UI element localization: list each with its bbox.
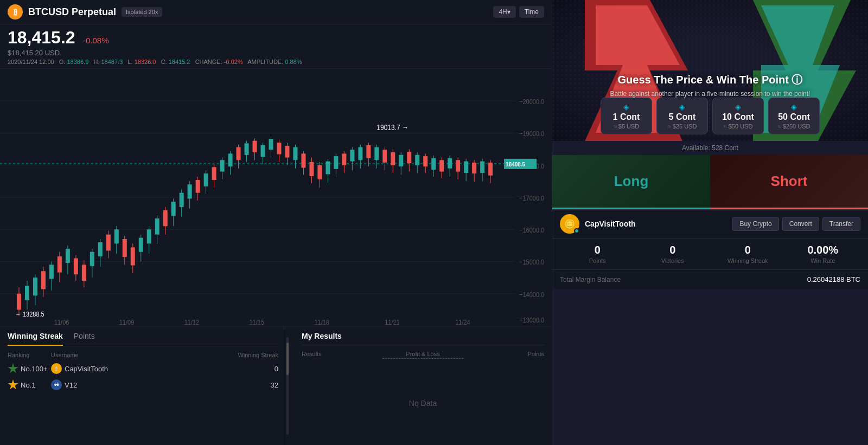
svg-rect-90 xyxy=(301,153,305,167)
bet-10-cont[interactable]: ◈ 10 Cont ≈ $50 USD xyxy=(712,98,764,134)
stat-victories: 0 Victories xyxy=(635,244,711,264)
svg-rect-78 xyxy=(253,141,257,152)
svg-rect-94 xyxy=(317,165,322,179)
svg-rect-122 xyxy=(431,158,436,170)
svg-rect-38 xyxy=(90,252,94,266)
game-banner: Guess The Price & Win The Point ⓘ Battle… xyxy=(552,0,868,141)
balance-bar: Total Margin Balance 0.26042188 BTC xyxy=(552,269,868,289)
bet-1-cont[interactable]: ◈ 1 Cont ≈ $5 USD xyxy=(601,98,652,134)
bet-usd-2: ≈ $25 USD xyxy=(666,123,699,130)
svg-rect-124 xyxy=(439,160,444,171)
table-row: No.1 🕶 V12 32 xyxy=(8,377,278,393)
svg-rect-52 xyxy=(147,229,151,243)
points-value: 0 xyxy=(560,244,635,256)
header-bar: ₿ BTCUSD Perpetual Isolated 20x 4H▾ Time xyxy=(0,0,552,24)
svg-rect-82 xyxy=(269,139,273,150)
price-info: 18,415.2 -0.08% $18,415.20 USD 2020/11/2… xyxy=(0,24,552,69)
tab-headers: Winning Streak Points xyxy=(8,326,278,346)
diamond-icon-2: ◈ xyxy=(666,102,699,111)
svg-text:−14000.0: −14000.0 xyxy=(519,291,544,299)
short-button[interactable]: Short xyxy=(710,155,868,209)
rank-2: No.1 xyxy=(8,379,51,390)
user-1: ₿ CapVisitTooth xyxy=(51,363,213,374)
svg-rect-48 xyxy=(131,247,135,265)
points-label: Points xyxy=(560,257,635,264)
streak-2: 32 xyxy=(213,381,278,389)
svg-rect-134 xyxy=(480,162,484,173)
game-title-area: Guess The Price & Win The Point ⓘ Battle… xyxy=(552,73,868,98)
svg-rect-66 xyxy=(204,173,208,186)
svg-text:11/24: 11/24 xyxy=(455,318,470,326)
svg-rect-46 xyxy=(123,239,127,257)
time-controls: 4H▾ Time xyxy=(493,6,544,18)
svg-rect-42 xyxy=(106,235,111,251)
stat-winning-streak: 0 Winning Streak xyxy=(710,244,786,264)
svg-rect-80 xyxy=(261,145,265,157)
bet-50-cont[interactable]: ◈ 50 Cont ≈ $250 USD xyxy=(768,98,820,134)
svg-rect-128 xyxy=(456,160,460,171)
streak-1: 0 xyxy=(213,365,278,373)
ohlc-change-label: CHANGE: xyxy=(195,59,222,65)
time-button[interactable]: Time xyxy=(519,6,544,18)
user-info-bar: 🪙 CapVisitTooth Buy Crypto Convert Trans… xyxy=(552,209,868,238)
col-results: Results xyxy=(302,351,382,359)
svg-rect-110 xyxy=(382,150,387,163)
bet-5-cont[interactable]: ◈ 5 Cont ≈ $25 USD xyxy=(656,98,708,134)
svg-text:18408.5: 18408.5 xyxy=(506,160,525,167)
bet-amount-4: 50 Cont xyxy=(777,112,810,122)
svg-rect-114 xyxy=(399,155,403,166)
convert-button[interactable]: Convert xyxy=(782,217,819,231)
svg-text:−17000.0: −17000.0 xyxy=(519,194,544,202)
btc-icon: ₿ xyxy=(8,4,23,20)
ohlc-o-label: O: xyxy=(59,59,66,65)
svg-rect-62 xyxy=(188,184,192,198)
rank-1: No.100+ xyxy=(8,363,51,374)
bet-usd-3: ≈ $50 USD xyxy=(722,123,755,130)
svg-rect-56 xyxy=(163,210,168,227)
timeframe-button[interactable]: 4H▾ xyxy=(493,6,515,18)
game-title: Guess The Price & Win The Point ⓘ xyxy=(552,73,868,87)
online-indicator xyxy=(574,228,579,234)
diamond-icon-3: ◈ xyxy=(722,102,755,111)
available-cont: Available: 528 Cont xyxy=(552,141,868,155)
game-subtitle: Battle against another player in a five-… xyxy=(552,90,868,98)
scrollbar[interactable] xyxy=(284,326,291,445)
diamond-icon-4: ◈ xyxy=(777,102,810,111)
long-short-area: Long Short xyxy=(552,155,868,209)
svg-rect-40 xyxy=(98,242,103,256)
buy-crypto-button[interactable]: Buy Crypto xyxy=(732,217,778,231)
main-price: 18,415.2 xyxy=(8,28,75,48)
win-rate-label: Win Rate xyxy=(786,257,861,264)
stats-row: 0 Points 0 Victories 0 Winning Streak 0.… xyxy=(552,238,868,269)
transfer-button[interactable]: Transfer xyxy=(822,217,860,231)
victories-label: Victories xyxy=(635,257,711,264)
svg-rect-68 xyxy=(212,167,216,180)
stat-win-rate: 0.00% Win Rate xyxy=(786,244,861,264)
col-username: Username xyxy=(51,352,213,358)
tab-winning-streak[interactable]: Winning Streak xyxy=(8,332,63,346)
winning-streak-label: Winning Streak xyxy=(710,257,786,264)
left-panel: ₿ BTCUSD Perpetual Isolated 20x 4H▾ Time… xyxy=(0,0,552,445)
svg-rect-92 xyxy=(309,162,314,176)
svg-text:−15000.0: −15000.0 xyxy=(519,259,544,267)
svg-rect-116 xyxy=(407,152,411,163)
svg-text:11/15: 11/15 xyxy=(250,318,265,326)
ohlc-l-label: L: xyxy=(127,59,132,65)
svg-text:11/21: 11/21 xyxy=(385,318,400,326)
long-button[interactable]: Long xyxy=(552,155,710,209)
svg-text:−13000.0: −13000.0 xyxy=(519,316,544,324)
tab-points[interactable]: Points xyxy=(74,332,95,346)
my-results-header: My Results xyxy=(302,326,544,345)
victories-value: 0 xyxy=(635,244,711,256)
win-rate-value: 0.00% xyxy=(786,244,861,256)
svg-rect-74 xyxy=(237,147,241,160)
bet-options: ◈ 1 Cont ≈ $5 USD ◈ 5 Cont ≈ $25 USD ◈ 1… xyxy=(601,98,820,134)
svg-rect-20 xyxy=(17,294,21,310)
svg-rect-60 xyxy=(180,193,184,207)
svg-rect-70 xyxy=(220,160,225,171)
svg-rect-98 xyxy=(334,156,338,169)
bet-amount-3: 10 Cont xyxy=(722,112,755,122)
pair-title: BTCUSD Perpetual xyxy=(28,7,116,18)
svg-rect-32 xyxy=(66,249,70,263)
svg-text:11/09: 11/09 xyxy=(119,318,135,326)
